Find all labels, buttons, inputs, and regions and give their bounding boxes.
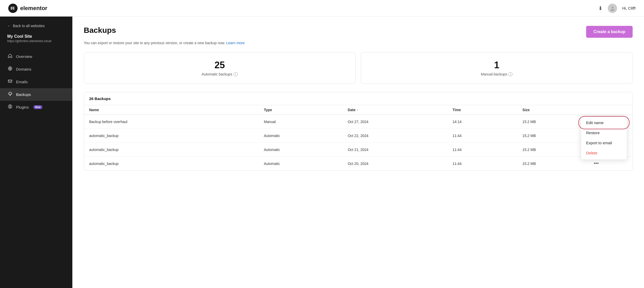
automatic-label: Automatic backups i bbox=[90, 72, 349, 76]
svg-point-9 bbox=[9, 106, 11, 107]
cell-date: Oct 21, 2024 bbox=[348, 148, 453, 152]
layout: ← Back to all websites My Cool Site http… bbox=[0, 17, 644, 288]
manual-label: Manual backups i bbox=[367, 72, 626, 76]
download-icon[interactable]: ⬇ bbox=[598, 5, 603, 11]
cell-time: 11:44 bbox=[453, 134, 522, 138]
context-menu: Edit name Restore Export to email Delete bbox=[581, 116, 627, 160]
table-header: Name Type Date ↓ Time Size bbox=[84, 105, 632, 115]
site-info: My Cool Site https://ghlrmtnn.elementor.… bbox=[0, 34, 72, 50]
cell-name: Backup before overhaul bbox=[89, 120, 264, 124]
cell-date: Oct 22, 2024 bbox=[348, 134, 453, 138]
sidebar-item-label: Emails bbox=[16, 80, 28, 84]
create-backup-button[interactable]: Create a backup bbox=[586, 26, 633, 38]
table-row: automatic_backup Automatic Oct 22, 2024 … bbox=[84, 129, 632, 143]
cell-type: Automatic bbox=[264, 134, 348, 138]
logo: elementor bbox=[8, 4, 47, 13]
svg-rect-2 bbox=[12, 8, 13, 9]
svg-rect-3 bbox=[13, 7, 14, 10]
sidebar-item-label: Overview bbox=[16, 54, 32, 59]
sidebar-item-label: Backups bbox=[16, 92, 31, 97]
stat-manual: 1 Manual backups i bbox=[361, 52, 633, 84]
table-row: Backup before overhaul Manual Oct 27, 20… bbox=[84, 115, 632, 129]
greeting: Hi, Cliff! bbox=[622, 6, 636, 10]
table-row: automatic_backup Automatic Oct 21, 2024 … bbox=[84, 143, 632, 157]
sidebar-item-label: Domains bbox=[16, 67, 31, 71]
cell-name: automatic_backup bbox=[89, 148, 264, 152]
cell-time: 11:44 bbox=[453, 162, 522, 166]
svg-rect-1 bbox=[12, 7, 13, 8]
sidebar-item-domains[interactable]: Domains bbox=[0, 63, 72, 75]
page-description: You can export or restore your site to a… bbox=[84, 41, 633, 45]
backups-section: 26 Backups Name Type Date ↓ Time Size bbox=[84, 92, 633, 171]
sort-arrow-icon: ↓ bbox=[357, 108, 358, 112]
stat-automatic: 25 Automatic backups i bbox=[84, 52, 356, 84]
logo-icon bbox=[8, 4, 18, 13]
cell-size: 15.2 MB bbox=[522, 162, 592, 166]
sidebar-item-overview[interactable]: Overview bbox=[0, 50, 72, 63]
topnav-right: ⬇ Hi, Cliff! bbox=[598, 4, 636, 13]
back-to-websites[interactable]: ← Back to all websites bbox=[0, 24, 72, 34]
cell-actions: ••• Edit name Restore Export to email De… bbox=[592, 118, 627, 125]
table-row: automatic_backup Automatic Oct 20, 2024 … bbox=[84, 157, 632, 170]
manual-count: 1 bbox=[367, 60, 626, 71]
cell-type: Manual bbox=[264, 120, 348, 124]
svg-point-4 bbox=[611, 6, 614, 9]
email-icon bbox=[7, 79, 13, 85]
context-edit-name[interactable]: Edit name bbox=[581, 118, 627, 128]
sidebar-nav: Overview Domains bbox=[0, 50, 72, 113]
avatar bbox=[608, 4, 617, 13]
col-type: Type bbox=[264, 108, 348, 112]
svg-rect-7 bbox=[8, 80, 12, 82]
col-size: Size bbox=[522, 108, 592, 112]
col-time: Time bbox=[453, 108, 522, 112]
topnav: elementor ⬇ Hi, Cliff! bbox=[0, 0, 644, 17]
sidebar: ← Back to all websites My Cool Site http… bbox=[0, 17, 72, 288]
site-name: My Cool Site bbox=[7, 34, 65, 39]
cell-date: Oct 27, 2024 bbox=[348, 120, 453, 124]
col-name: Name bbox=[89, 108, 264, 112]
info-icon-automatic[interactable]: i bbox=[234, 72, 238, 76]
context-export-email[interactable]: Export to email bbox=[581, 138, 627, 148]
cell-time: 11:44 bbox=[453, 148, 522, 152]
cell-type: Automatic bbox=[264, 148, 348, 152]
new-badge: New bbox=[33, 105, 42, 109]
cell-name: automatic_backup bbox=[89, 134, 264, 138]
cell-actions: ••• bbox=[592, 160, 627, 167]
automatic-count: 25 bbox=[90, 60, 349, 71]
cell-type: Automatic bbox=[264, 162, 348, 166]
sidebar-item-plugins[interactable]: Plugins New bbox=[0, 101, 72, 113]
logo-text: elementor bbox=[20, 5, 47, 12]
col-date[interactable]: Date ↓ bbox=[348, 108, 453, 112]
home-icon bbox=[7, 54, 13, 59]
cell-time: 14:14 bbox=[453, 120, 522, 124]
sidebar-item-emails[interactable]: Emails bbox=[0, 75, 72, 88]
page-header: Backups Create a backup bbox=[84, 26, 633, 38]
cell-name: automatic_backup bbox=[89, 162, 264, 166]
cloud-icon bbox=[7, 92, 13, 97]
cell-date: Oct 20, 2024 bbox=[348, 162, 453, 166]
svg-rect-0 bbox=[11, 7, 12, 10]
main-content: Backups Create a backup You can export o… bbox=[72, 17, 644, 288]
info-icon-manual[interactable]: i bbox=[508, 72, 512, 76]
stats-row: 25 Automatic backups i 1 Manual backups … bbox=[84, 52, 633, 84]
page-title: Backups bbox=[84, 26, 116, 35]
col-actions bbox=[592, 108, 627, 112]
context-delete[interactable]: Delete bbox=[581, 148, 627, 158]
back-label: Back to all websites bbox=[13, 24, 45, 28]
svg-point-5 bbox=[611, 9, 614, 11]
site-url: https://ghlrmtnn.elementor.cloud bbox=[7, 39, 65, 43]
sidebar-item-backups[interactable]: Backups bbox=[0, 88, 72, 101]
plugin-icon bbox=[7, 104, 13, 110]
globe-icon bbox=[7, 66, 13, 72]
backups-count: 26 Backups bbox=[84, 92, 632, 105]
back-arrow-icon: ← bbox=[7, 24, 11, 28]
context-restore[interactable]: Restore bbox=[581, 128, 627, 138]
row-actions-button[interactable]: ••• bbox=[592, 160, 600, 167]
learn-more-link[interactable]: Learn more bbox=[226, 41, 245, 45]
sidebar-item-label: Plugins bbox=[16, 105, 29, 109]
